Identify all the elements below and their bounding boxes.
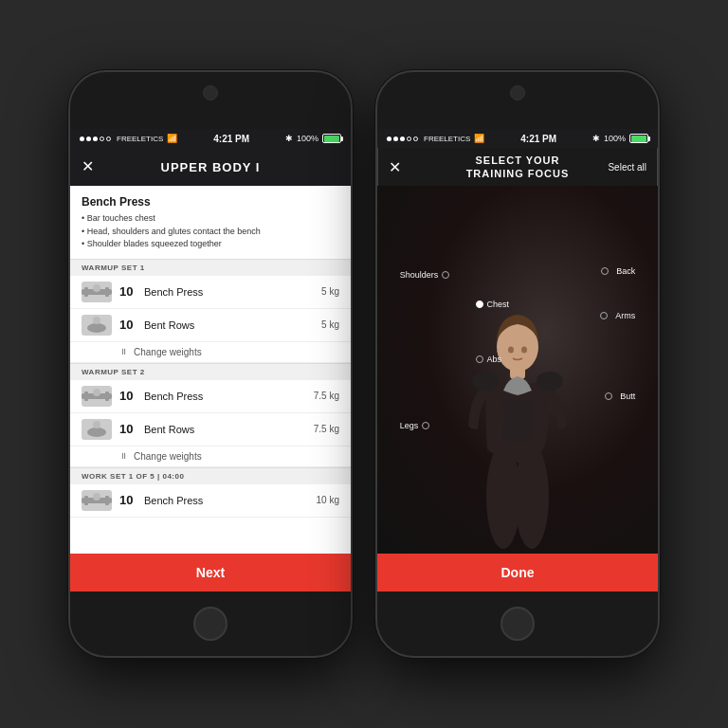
- exercise-label-3-1: Bench Press: [144, 495, 317, 506]
- exercise-thumb: [82, 419, 112, 440]
- weight-1-2: 5 kg: [321, 319, 339, 330]
- exercise-thumb: [82, 315, 112, 336]
- set-header-2: WARMUP SET 2: [70, 363, 351, 380]
- svg-point-3: [93, 284, 100, 292]
- exercise-cues: • Bar touches chest • Head, shoulders an…: [82, 212, 339, 251]
- phone-right: FREELETICS 📶 4:21 PM ✱ 100% ✕ SELECT YOU…: [375, 70, 660, 658]
- change-weights-row-1: ⏸ Change weights: [70, 342, 351, 363]
- exercise-row: 10 Bent Rows 5 kg: [70, 309, 351, 342]
- svg-rect-1: [84, 287, 88, 297]
- exercise-thumb: [82, 282, 112, 302]
- focus-label-chest[interactable]: Chest: [476, 300, 510, 309]
- back-text: Back: [616, 266, 635, 276]
- weight-3-1: 10 kg: [317, 495, 339, 505]
- svg-point-10: [87, 428, 106, 437]
- back-dot: [601, 267, 609, 275]
- svg-point-22: [508, 347, 514, 354]
- carrier-left: FREELETICS: [117, 135, 163, 143]
- butt-text: Butt: [620, 391, 635, 401]
- svg-point-18: [472, 372, 499, 391]
- svg-rect-14: [105, 496, 109, 505]
- home-button-left[interactable]: [193, 607, 228, 641]
- phone-left: FREELETICS 📶 4:21 PM ✱ 100% ✕ UPPER BODY…: [68, 70, 353, 658]
- change-weights-label: Change weights: [134, 347, 202, 357]
- focus-label-abs[interactable]: Abs: [476, 355, 502, 364]
- close-button-left[interactable]: ✕: [82, 159, 94, 174]
- exercise-label-2-1: Bench Press: [144, 391, 314, 402]
- svg-rect-13: [84, 496, 88, 505]
- focus-label-legs[interactable]: Legs: [400, 421, 430, 430]
- focus-label-arms[interactable]: Arms: [600, 311, 635, 320]
- svg-point-15: [93, 493, 100, 500]
- phone-top-bezel: [70, 72, 351, 129]
- weight-2-1: 7.5 kg: [314, 391, 339, 401]
- pause-icon: ⏸: [119, 347, 128, 356]
- time-left: 4:21 PM: [213, 134, 249, 144]
- svg-point-23: [521, 347, 527, 354]
- screen-left: Bench Press • Bar touches chest • Head, …: [70, 186, 351, 592]
- set-section-2: WARMUP SET 2 10 Bench Press 7.5 kg 10 Be…: [70, 363, 351, 467]
- exercise-label-1-1: Bench Press: [144, 286, 321, 298]
- focus-label-shoulders[interactable]: Shoulders: [400, 270, 450, 280]
- abs-text: Abs: [487, 355, 502, 364]
- phone-bottom-right: [377, 592, 658, 656]
- svg-rect-7: [84, 391, 88, 401]
- cue-1: • Bar touches chest: [82, 212, 339, 226]
- done-button[interactable]: Done: [377, 554, 658, 592]
- status-bar-left: FREELETICS 📶 4:21 PM ✱ 100%: [70, 129, 351, 148]
- butt-dot: [605, 392, 612, 400]
- next-button[interactable]: Next: [70, 554, 351, 592]
- set-header-1: WARMUP SET 1: [70, 259, 351, 276]
- svg-point-11: [93, 421, 100, 428]
- set-section-3: WORK SET 1 OF 5 | 04:00 10 Bench Press 1…: [70, 467, 351, 518]
- exercise-label-1-2: Bent Rows: [144, 319, 321, 331]
- set-header-3: WORK SET 1 OF 5 | 04:00: [70, 467, 351, 484]
- sets-content: WARMUP SET 1 10 Bench Press 5 kg 10 Bent…: [70, 259, 351, 592]
- weight-1-1: 5 kg: [321, 286, 339, 297]
- battery-pct-right: 100%: [604, 134, 626, 143]
- focus-label-back[interactable]: Back: [601, 266, 635, 276]
- legs-text: Legs: [400, 421, 419, 430]
- phone-bottom-left: [70, 592, 351, 656]
- carrier-right: FREELETICS: [424, 135, 470, 143]
- navbar-left: ✕ UPPER BODY I: [70, 148, 351, 186]
- close-button-right[interactable]: ✕: [389, 158, 401, 176]
- weight-2-2: 7.5 kg: [314, 424, 339, 434]
- time-right: 4:21 PM: [520, 134, 556, 144]
- svg-point-9: [93, 389, 100, 396]
- svg-rect-8: [105, 391, 109, 401]
- reps-2-2: 10: [119, 422, 136, 436]
- screen-title-right: SELECT YOUR TRAINING FOCUS: [466, 154, 570, 181]
- status-bar-right: FREELETICS 📶 4:21 PM ✱ 100%: [377, 129, 658, 148]
- svg-point-5: [93, 317, 100, 324]
- change-weights-row-2: ⏸ Change weights: [70, 446, 351, 467]
- navbar-right: ✕ SELECT YOUR TRAINING FOCUS Select all: [377, 148, 658, 186]
- select-all-button[interactable]: Select all: [608, 162, 646, 173]
- reps-1-2: 10: [119, 318, 136, 332]
- focus-label-butt[interactable]: Butt: [605, 391, 635, 401]
- pause-icon-2: ⏸: [119, 451, 128, 461]
- change-weights-label-2: Change weights: [134, 451, 202, 462]
- exercise-row: 10 Bench Press 10 kg: [70, 484, 351, 518]
- screen-right: Shoulders Back Chest Arms Abs: [377, 186, 658, 592]
- exercise-name: Bench Press: [82, 195, 339, 209]
- wifi-icon-right: 📶: [474, 134, 484, 143]
- home-button-right[interactable]: [500, 607, 535, 641]
- shoulders-dot: [442, 271, 449, 279]
- battery-pct-left: 100%: [297, 134, 318, 143]
- body-focus-area: Shoulders Back Chest Arms Abs: [377, 186, 658, 554]
- chest-text: Chest: [487, 300, 510, 309]
- arms-text: Arms: [615, 311, 635, 320]
- shoulders-text: Shoulders: [400, 270, 439, 280]
- chest-dot: [476, 300, 483, 308]
- exercise-thumb: [82, 490, 112, 511]
- abs-dot: [476, 355, 483, 363]
- exercise-row: 10 Bench Press 5 kg: [70, 276, 351, 309]
- svg-point-19: [537, 372, 563, 391]
- exercise-row: 10 Bench Press 7.5 kg: [70, 380, 351, 413]
- workout-info: Bench Press • Bar touches chest • Head, …: [70, 186, 351, 259]
- screen-title-left: UPPER BODY I: [161, 160, 261, 174]
- reps-2-1: 10: [119, 389, 136, 403]
- reps-1-1: 10: [119, 284, 136, 299]
- exercise-thumb: [82, 386, 112, 407]
